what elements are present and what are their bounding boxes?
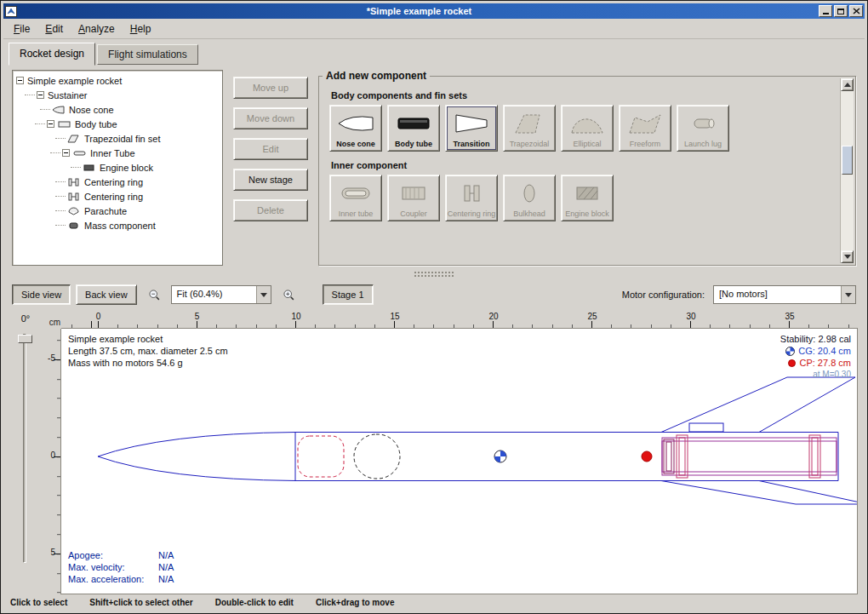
new-stage-button[interactable]: New stage: [233, 169, 308, 191]
tree-item-engine-block[interactable]: Engine block: [14, 160, 220, 175]
inner-tube-outline[interactable]: [662, 438, 837, 475]
zoom-in-button[interactable]: [277, 284, 300, 305]
cp-icon: [788, 359, 796, 367]
scroll-down-button[interactable]: [841, 250, 854, 263]
add-engine-block-button[interactable]: Engine block: [561, 175, 614, 221]
scrollbar-thumb[interactable]: [842, 146, 853, 175]
add-transition-button[interactable]: Transition: [445, 105, 498, 152]
zoom-out-button[interactable]: [142, 284, 166, 305]
magnifier-minus-icon: [148, 287, 160, 302]
max-acceleration-label: Max. acceleration:: [68, 573, 158, 585]
add-freeform-fin-button[interactable]: Freeform: [619, 105, 671, 152]
tab-rocket-design[interactable]: Rocket design: [9, 43, 95, 66]
add-launch-lug-button[interactable]: Launch lug: [677, 105, 729, 152]
tree-item-parachute[interactable]: Parachute: [14, 204, 220, 218]
tree-item-rocket[interactable]: Simple example rocket: [14, 73, 220, 88]
add-inner-tube-button[interactable]: Inner tube: [329, 175, 382, 221]
inner-component-buttons: Inner tube Coupler Centering ring Bulkhe…: [329, 175, 837, 221]
tree-item-mass-component[interactable]: Mass component: [14, 218, 220, 232]
menu-analyze[interactable]: Analyze: [71, 20, 122, 37]
add-bulkhead-button[interactable]: Bulkhead: [503, 175, 556, 221]
rotation-slider-thumb[interactable]: [18, 335, 32, 343]
rocket-canvas[interactable]: Simple example rocket Length 37.5 cm, ma…: [61, 329, 858, 594]
add-body-tube-button[interactable]: Body tube: [387, 105, 440, 152]
tree-item-body-tube[interactable]: Body tube: [14, 117, 220, 131]
app-logo-icon: [7, 8, 15, 15]
mass-component-icon: [67, 221, 81, 230]
tree-item-inner-tube[interactable]: Inner Tube: [14, 146, 220, 160]
menu-file[interactable]: File: [7, 20, 37, 37]
vertical-ruler: -5 0 5: [44, 329, 61, 594]
parachute-outline[interactable]: [298, 436, 344, 477]
move-up-button[interactable]: Move up: [233, 77, 308, 99]
chevron-down-icon[interactable]: [256, 286, 271, 303]
magnifier-plus-icon: [283, 287, 294, 302]
rocket-plot: cm 0 5 10 15 20 25 30 35 -5 0 5: [44, 312, 858, 594]
component-scrollbar[interactable]: [840, 78, 854, 263]
add-elliptical-fin-button[interactable]: Elliptical: [561, 105, 614, 152]
tab-flight-simulations[interactable]: Flight simulations: [97, 44, 198, 65]
add-trapezoidal-fin-button[interactable]: Trapezoidal: [503, 105, 556, 152]
tree-item-stage[interactable]: Sustainer: [14, 88, 220, 102]
splitter-grip: [414, 275, 454, 277]
edit-button[interactable]: Edit: [233, 138, 308, 160]
collapse-icon[interactable]: [62, 149, 70, 157]
rocket-dimensions: Length 37.5 cm, max. diameter 2.5 cm: [68, 345, 228, 357]
titlebar[interactable]: *Simple example rocket: [3, 3, 865, 19]
bulkhead-icon: [511, 179, 548, 208]
collapse-icon[interactable]: [16, 77, 24, 84]
zoom-combobox[interactable]: Fit (60.4%): [171, 285, 271, 304]
stage-1-toggle[interactable]: Stage 1: [323, 284, 374, 305]
close-button[interactable]: [849, 5, 863, 17]
maximize-button[interactable]: [834, 5, 848, 17]
nose-cone-outline[interactable]: [98, 433, 295, 481]
rotation-control: 0°: [7, 312, 44, 594]
mass-component-outline[interactable]: [354, 434, 400, 479]
move-down-button[interactable]: Move down: [233, 107, 308, 129]
cp-symbol: [642, 451, 652, 462]
tree-item-fin-set[interactable]: Trapezoidal fin set: [14, 131, 220, 146]
hint-double-click: Double-click to edit: [215, 598, 294, 607]
engine-block-outline[interactable]: [664, 439, 674, 473]
splitter-grip: [414, 272, 454, 273]
nose-cone-icon: [52, 105, 66, 114]
collapse-icon[interactable]: [47, 120, 54, 128]
scroll-up-button[interactable]: [841, 78, 854, 91]
maximize-icon: [837, 9, 844, 14]
rocket-mass: Mass with no motors 54.6 g: [68, 357, 228, 369]
menu-edit[interactable]: Edit: [38, 20, 70, 37]
rocket-info: Simple example rocket Length 37.5 cm, ma…: [68, 333, 228, 369]
rotation-slider[interactable]: [23, 334, 26, 563]
pane-splitter[interactable]: [3, 269, 865, 279]
view-toolbar: Side view Back view Fit (60.4%) Stage 1 …: [3, 279, 865, 310]
freeform-fin-icon: [626, 109, 664, 138]
back-view-button[interactable]: Back view: [76, 284, 137, 305]
body-tube-outline[interactable]: [295, 433, 838, 481]
tree-item-centering-ring-2[interactable]: Centering ring: [14, 189, 220, 204]
delete-button[interactable]: Delete: [233, 199, 308, 221]
add-nose-cone-button[interactable]: Nose cone: [329, 105, 382, 152]
coupler-icon: [395, 179, 432, 208]
chevron-down-icon[interactable]: [841, 286, 855, 303]
motor-configuration-combobox[interactable]: [No motors]: [713, 285, 856, 304]
tree-item-centering-ring-1[interactable]: Centering ring: [14, 175, 220, 189]
parachute-icon: [67, 206, 81, 215]
body-components-label: Body components and fin sets: [331, 90, 837, 100]
tree-item-nose-cone[interactable]: Nose cone: [14, 102, 220, 117]
side-view-button[interactable]: Side view: [12, 284, 71, 305]
main-tabs: Rocket design Flight simulations: [3, 39, 865, 65]
menu-help[interactable]: Help: [123, 20, 158, 37]
add-centering-ring-button[interactable]: Centering ring: [445, 175, 498, 221]
cp-readout: CP: 27.8 cm: [780, 357, 851, 369]
minimize-button[interactable]: [819, 5, 832, 17]
window-icon[interactable]: [5, 6, 17, 17]
component-tree[interactable]: Simple example rocket Sustainer Nose con…: [12, 70, 223, 266]
scrollbar-track[interactable]: [841, 91, 854, 250]
body-tube-icon: [58, 119, 71, 129]
hint-shift-click: Shift+click to select other: [89, 598, 192, 607]
window-title: *Simple example rocket: [20, 3, 819, 19]
add-coupler-button[interactable]: Coupler: [387, 175, 440, 221]
collapse-icon[interactable]: [37, 91, 44, 99]
trapezoidal-fin-icon: [511, 109, 548, 138]
cg-icon: [785, 347, 795, 356]
